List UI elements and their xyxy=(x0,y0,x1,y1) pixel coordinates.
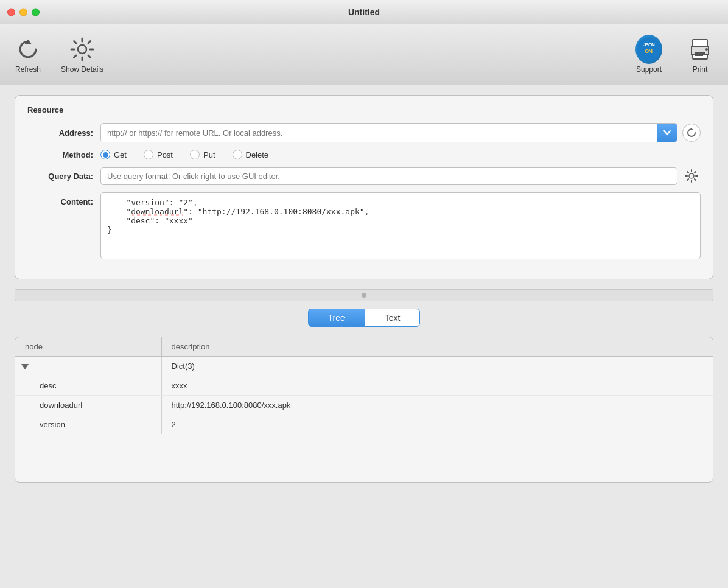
query-container xyxy=(100,167,701,185)
print-button[interactable]: Print xyxy=(682,36,718,74)
svg-text:JSON: JSON xyxy=(643,42,655,47)
table-row: desc xxxx xyxy=(15,376,713,396)
node-desc-cell: desc xyxy=(15,376,161,396)
method-get[interactable]: Get xyxy=(100,150,127,159)
svg-line-6 xyxy=(74,41,77,43)
query-label: Query Data: xyxy=(27,172,100,181)
address-refresh-button[interactable] xyxy=(682,124,701,142)
svg-rect-17 xyxy=(695,55,703,56)
svg-line-26 xyxy=(695,179,696,180)
radio-post xyxy=(144,150,153,159)
svg-line-28 xyxy=(687,179,688,180)
method-post[interactable]: Post xyxy=(144,150,173,159)
print-icon xyxy=(687,36,713,63)
svg-point-1 xyxy=(78,45,86,54)
query-input[interactable] xyxy=(100,167,677,185)
svg-point-18 xyxy=(705,48,708,51)
svg-rect-16 xyxy=(695,52,705,54)
col-description: description xyxy=(161,337,713,357)
horizontal-scrollbar[interactable] xyxy=(15,289,713,301)
radio-delete xyxy=(233,150,242,159)
address-container xyxy=(100,123,701,142)
support-icon: JSON ON! xyxy=(635,36,662,63)
table-row: Dict(3) xyxy=(15,357,713,376)
panel-title: Resource xyxy=(27,105,701,114)
method-get-label: Get xyxy=(114,150,127,159)
show-details-label: Show Details xyxy=(61,65,103,74)
svg-line-7 xyxy=(88,55,91,58)
content-textarea[interactable]: "version": "2", "downloadurl": "http://1… xyxy=(100,192,701,259)
support-button[interactable]: JSON ON! Support xyxy=(631,36,667,74)
toolbar: Refresh S xyxy=(0,24,728,85)
toolbar-left: Refresh S xyxy=(10,36,103,74)
tab-switcher: Tree Text xyxy=(15,309,713,327)
address-input[interactable] xyxy=(101,124,657,142)
toolbar-right: JSON ON! Support Print xyxy=(631,36,718,74)
method-post-label: Post xyxy=(157,150,173,159)
main-content: Resource Address: xyxy=(0,85,728,492)
scrollbar-indicator xyxy=(362,293,366,298)
window-title: Untitled xyxy=(348,7,380,17)
node-root-cell xyxy=(15,357,161,376)
json-logo: JSON ON! xyxy=(635,35,662,64)
method-options: Get Post Put Delete xyxy=(100,150,268,159)
method-delete-label: Delete xyxy=(246,150,269,159)
refresh-button[interactable]: Refresh xyxy=(10,36,46,74)
maximize-button[interactable] xyxy=(32,8,40,16)
table-row: downloadurl http://192.168.0.100:8080/xx… xyxy=(15,396,713,415)
description-downloadurl-cell: http://192.168.0.100:8080/xxx.apk xyxy=(161,396,713,415)
description-desc-cell: xxxx xyxy=(161,376,713,396)
address-label: Address: xyxy=(27,128,100,138)
svg-point-20 xyxy=(689,173,694,178)
query-gear-button[interactable] xyxy=(682,167,701,185)
query-row: Query Data: xyxy=(27,167,701,185)
gear-icon xyxy=(69,36,96,63)
traffic-lights xyxy=(7,8,40,16)
results-panel: node description Dict(3) desc xxxx xyxy=(15,337,713,483)
method-put-label: Put xyxy=(203,150,215,159)
method-delete[interactable]: Delete xyxy=(233,150,269,159)
expand-icon[interactable] xyxy=(21,364,29,369)
show-details-button[interactable]: Show Details xyxy=(61,36,103,74)
table-row: version 2 xyxy=(15,415,713,435)
print-label: Print xyxy=(693,65,708,74)
description-root-cell: Dict(3) xyxy=(161,357,713,376)
svg-line-8 xyxy=(88,41,91,43)
address-row: Address: xyxy=(27,123,701,142)
content-row: Content: "version": "2", "downloadurl": … xyxy=(27,192,701,259)
close-button[interactable] xyxy=(7,8,15,16)
refresh-label: Refresh xyxy=(15,65,41,74)
method-row: Method: Get Post Put Delete xyxy=(27,150,701,159)
refresh-icon xyxy=(15,36,41,63)
description-version-cell: 2 xyxy=(161,415,713,435)
results-table: node description Dict(3) desc xxxx xyxy=(15,337,713,434)
table-header: node description xyxy=(15,337,713,357)
svg-line-9 xyxy=(74,55,77,58)
address-dropdown-button[interactable] xyxy=(657,124,677,142)
method-put[interactable]: Put xyxy=(190,150,215,159)
content-label: Content: xyxy=(27,192,100,206)
method-label: Method: xyxy=(27,150,100,159)
minimize-button[interactable] xyxy=(19,8,27,16)
node-downloadurl-cell: downloadurl xyxy=(15,396,161,415)
svg-line-25 xyxy=(687,172,688,173)
node-version-cell: version xyxy=(15,415,161,435)
svg-text:ON!: ON! xyxy=(645,48,654,54)
col-node: node xyxy=(15,337,161,357)
tab-text[interactable]: Text xyxy=(365,309,421,327)
support-label: Support xyxy=(636,65,662,74)
radio-put xyxy=(190,150,200,159)
svg-line-27 xyxy=(695,172,696,173)
titlebar: Untitled xyxy=(0,0,728,24)
tab-tree[interactable]: Tree xyxy=(308,309,365,327)
resource-panel: Resource Address: xyxy=(15,95,713,279)
address-input-wrap xyxy=(100,123,677,142)
radio-get xyxy=(100,150,110,159)
